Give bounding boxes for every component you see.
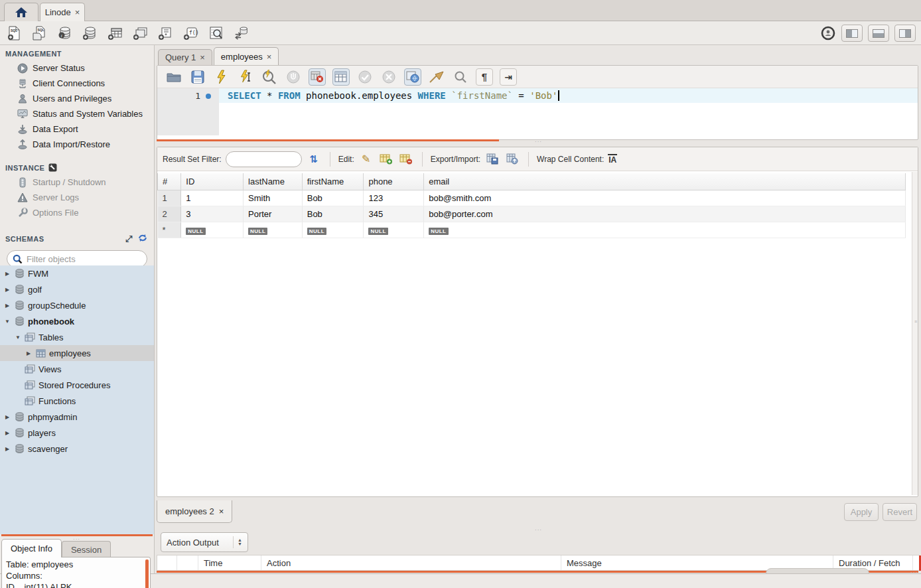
tree-item-golf[interactable]: ▶ golf (0, 281, 154, 297)
create-table-icon[interactable] (107, 25, 123, 41)
close-icon[interactable]: × (75, 7, 80, 17)
tree-right-arrow-icon[interactable]: ▶ (4, 303, 11, 309)
column-header-ID[interactable]: ID (181, 173, 244, 190)
revert-button[interactable]: Revert (883, 503, 917, 521)
output-column-blank-1[interactable] (177, 555, 198, 570)
connection-tab[interactable]: Linode × (40, 3, 85, 21)
toggle-limit-rows-icon[interactable] (332, 68, 350, 86)
delete-row-icon[interactable] (398, 151, 414, 167)
sidebar-item-client-connections[interactable]: Client Connections (0, 76, 154, 91)
tree-right-arrow-icon[interactable]: ▶ (4, 287, 11, 293)
expand-schemas-icon[interactable]: ⤢ (125, 234, 133, 244)
refresh-results-icon[interactable]: ⇅ (306, 151, 322, 167)
wrap-text-icon[interactable]: ⇥ (500, 68, 517, 86)
invisible-chars-icon[interactable]: ¶ (476, 68, 493, 86)
tree-item-stored-procedures[interactable]: Stored Procedures (0, 377, 154, 393)
object-info-scrollbar[interactable] (145, 559, 149, 588)
tab-query-1[interactable]: Query 1× (158, 49, 212, 65)
tree-item-phpmyadmin[interactable]: ▶ phpmyadmin (0, 409, 154, 425)
toggle-stop-on-error-icon[interactable] (309, 68, 326, 86)
tree-item-groupschedule[interactable]: ▶ groupSchedule (0, 297, 154, 313)
sidebar-item-server-status[interactable]: Server Status (0, 60, 154, 76)
edit-record-icon[interactable]: ✎ (358, 151, 374, 167)
user-connection-icon[interactable] (820, 25, 836, 41)
tree-right-arrow-icon[interactable]: ▶ (4, 414, 11, 420)
sql-editor[interactable]: 1 SELECT * FROM phonebook.employees WHER… (157, 88, 918, 140)
create-procedure-icon[interactable] (158, 25, 174, 41)
explain-plan-icon[interactable] (261, 68, 278, 86)
create-schema-icon[interactable] (82, 25, 98, 41)
column-header-lastName[interactable]: lastName (244, 173, 303, 190)
new-row-placeholder[interactable]: *NULLNULLNULLNULLNULL (158, 222, 906, 238)
sidebar-item-status-and-system-variables[interactable]: Status and System Variables (0, 106, 154, 121)
create-function-icon[interactable]: f() (183, 25, 199, 41)
home-tab[interactable] (4, 3, 38, 21)
rollback-icon[interactable] (380, 68, 397, 86)
save-script-icon[interactable] (189, 68, 206, 86)
search-table-data-icon[interactable] (208, 25, 224, 41)
tab-employees[interactable]: employees× (214, 47, 279, 65)
execute-current-statement-icon[interactable] (237, 68, 254, 86)
data-transfer-icon[interactable] (234, 25, 249, 41)
toggle-left-panel-icon[interactable] (841, 25, 863, 42)
sidebar-item-options-file[interactable]: Options File (0, 205, 154, 220)
tree-item-views[interactable]: Views (0, 361, 154, 377)
import-recordset-icon[interactable] (504, 151, 520, 167)
create-view-icon[interactable] (133, 25, 149, 41)
commit-icon[interactable] (356, 68, 374, 86)
insert-row-icon[interactable] (378, 151, 394, 167)
find-icon[interactable] (452, 68, 469, 86)
output-column-blank-0[interactable] (157, 555, 177, 570)
toggle-right-panel-icon[interactable] (894, 25, 916, 42)
execute-statement-icon[interactable] (213, 68, 230, 86)
new-query-tab-icon[interactable]: SQL (7, 25, 23, 41)
tree-item-tables[interactable]: ▼ Tables (0, 329, 154, 345)
open-script-icon[interactable] (165, 68, 182, 86)
tree-item-scavenger[interactable]: ▶ scavenger (0, 441, 154, 457)
db-inspector-icon[interactable]: i (57, 25, 73, 41)
beautify-script-icon[interactable] (428, 68, 445, 86)
table-row[interactable]: 11SmithBob123bob@smith.com (158, 190, 906, 206)
tree-right-arrow-icon[interactable]: ▶ (4, 446, 11, 452)
schema-filter-input[interactable] (27, 254, 143, 264)
open-sql-script-icon[interactable]: SQL (32, 25, 48, 41)
refresh-schemas-icon[interactable] (138, 234, 147, 244)
tab-session[interactable]: Session (62, 541, 111, 557)
editor-result-splitter-grip[interactable]: ··· (535, 139, 542, 145)
export-recordset-icon[interactable] (484, 151, 500, 167)
tree-item-phonebook[interactable]: ▼ phonebook (0, 313, 154, 329)
output-splitter-grip[interactable]: ··· (535, 527, 542, 533)
tree-right-arrow-icon[interactable]: ▶ (4, 271, 11, 277)
sidebar-item-data-export[interactable]: Data Export (0, 121, 154, 137)
sql-statement-line[interactable]: SELECT * FROM phonebook.employees WHERE … (219, 88, 918, 103)
column-header-phone[interactable]: phone (364, 173, 424, 190)
column-header-email[interactable]: email (424, 173, 906, 190)
output-type-select[interactable]: Action Output ▲▼ (161, 532, 248, 552)
sidebar-item-startup-shutdown[interactable]: Startup / Shutdown (0, 175, 154, 190)
result-filter-input[interactable] (226, 151, 302, 167)
output-column-time[interactable]: Time (198, 555, 261, 570)
output-column-action[interactable]: Action (261, 555, 561, 570)
toggle-bottom-panel-icon[interactable] (868, 25, 889, 42)
close-icon[interactable]: × (200, 52, 205, 62)
table-row[interactable]: 23PorterBob345bob@porter.com (158, 206, 906, 222)
column-header-num[interactable]: # (158, 173, 181, 190)
apply-button[interactable]: Apply (844, 503, 879, 521)
wrap-cell-content-icon[interactable]: IA (608, 154, 617, 165)
sidebar-item-users-and-privileges[interactable]: Users and Privileges (0, 91, 154, 106)
sidebar-item-server-logs[interactable]: Server Logs (0, 190, 154, 205)
result-grid-vscrollbar[interactable]: ≡ (912, 172, 918, 495)
tab-object-info[interactable]: Object Info (1, 539, 62, 557)
sidebar-item-data-import-restore[interactable]: Data Import/Restore (0, 137, 154, 152)
tree-item-employees[interactable]: ▶ employees (0, 345, 154, 361)
tree-down-arrow-icon[interactable]: ▼ (15, 334, 21, 340)
column-header-firstName[interactable]: firstName (302, 173, 364, 190)
tree-down-arrow-icon[interactable]: ▼ (4, 319, 11, 325)
stop-query-icon[interactable] (285, 68, 302, 86)
toggle-autocommit-icon[interactable] (404, 68, 421, 86)
tree-item-functions[interactable]: Functions (0, 393, 154, 409)
close-icon[interactable]: × (219, 506, 224, 516)
close-icon[interactable]: × (267, 52, 272, 62)
tree-item-players[interactable]: ▶ players (0, 425, 154, 441)
tree-right-arrow-icon[interactable]: ▶ (25, 350, 32, 356)
